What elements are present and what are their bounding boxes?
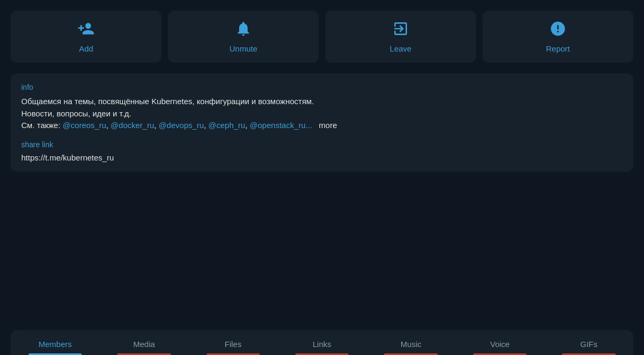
leave-button[interactable]: Leave bbox=[325, 11, 476, 63]
tab-gifs[interactable]: GIFs bbox=[545, 330, 633, 355]
share-link-url[interactable]: https://t.me/kubernetes_ru bbox=[21, 153, 623, 162]
tab-voice-label: Voice bbox=[490, 340, 510, 349]
leave-icon bbox=[392, 20, 409, 40]
info-description: Общаемся на темы, посвящённые Kubernetes… bbox=[21, 96, 623, 132]
mention-devops[interactable]: @devops_ru bbox=[158, 121, 204, 130]
tab-members[interactable]: Members bbox=[11, 330, 99, 355]
report-button-label: Report bbox=[546, 44, 570, 53]
leave-button-label: Leave bbox=[390, 44, 412, 53]
mention-docker[interactable]: @docker_ru bbox=[111, 121, 154, 130]
tab-media-label: Media bbox=[133, 340, 155, 349]
mention-coreos[interactable]: @coreos_ru bbox=[63, 121, 106, 130]
share-section: share link https://t.me/kubernetes_ru bbox=[21, 140, 623, 162]
add-button-label: Add bbox=[79, 44, 94, 53]
tabs-row: Members Media Files Links Music Voice GI… bbox=[11, 330, 633, 355]
bell-icon bbox=[235, 20, 252, 40]
tab-media[interactable]: Media bbox=[99, 330, 188, 355]
tab-files[interactable]: Files bbox=[189, 330, 277, 355]
tab-music-label: Music bbox=[401, 340, 421, 349]
report-icon bbox=[549, 20, 566, 40]
unmute-button[interactable]: Unmute bbox=[168, 11, 319, 63]
info-section: info Общаемся на темы, посвящённые Kuber… bbox=[21, 83, 623, 132]
report-button[interactable]: Report bbox=[482, 11, 633, 63]
info-card: info Общаемся на темы, посвящённые Kuber… bbox=[11, 73, 633, 172]
add-button[interactable]: Add bbox=[11, 11, 162, 63]
mention-openstack[interactable]: @openstack_ru... bbox=[250, 121, 312, 130]
info-text-line1: Общаемся на темы, посвящённые Kubernetes… bbox=[21, 97, 314, 106]
tab-links-label: Links bbox=[312, 340, 331, 349]
mention-ceph[interactable]: @ceph_ru bbox=[208, 121, 245, 130]
tab-members-label: Members bbox=[38, 340, 72, 349]
action-buttons-row: Add Unmute Leave Report bbox=[11, 11, 633, 63]
info-label: info bbox=[21, 83, 623, 91]
more-link[interactable]: more bbox=[319, 121, 337, 130]
info-text-line2: Новости, вопросы, идеи и т.д. bbox=[21, 109, 131, 118]
tabs-container: Members Media Files Links Music Voice GI… bbox=[11, 330, 633, 355]
tab-links[interactable]: Links bbox=[277, 330, 366, 355]
add-user-icon bbox=[78, 20, 95, 40]
unmute-button-label: Unmute bbox=[230, 44, 258, 53]
info-text-line3-prefix: См. также: bbox=[21, 121, 63, 130]
tab-files-label: Files bbox=[225, 340, 242, 349]
tab-voice[interactable]: Voice bbox=[455, 330, 544, 355]
share-link-label: share link bbox=[21, 140, 623, 149]
tab-music[interactable]: Music bbox=[367, 330, 455, 355]
tab-gifs-label: GIFs bbox=[580, 340, 598, 349]
